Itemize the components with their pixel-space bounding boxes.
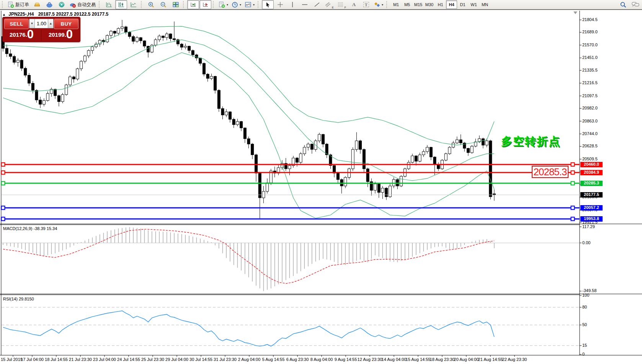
chat-button[interactable] — [629, 0, 641, 9]
new-chart-button[interactable]: ▾ — [217, 0, 230, 9]
tile-windows-icon — [172, 2, 179, 8]
crosshair-button[interactable] — [274, 0, 286, 9]
buy-price-big-digit: 0 — [66, 29, 73, 40]
candlestick-chart-button[interactable] — [115, 0, 127, 9]
chart-canvas[interactable] — [0, 11, 642, 364]
new-order-label: 新订单 — [15, 2, 29, 8]
chart-shift-button[interactable] — [199, 0, 211, 9]
equidistant-channel-button[interactable]: E — [323, 0, 335, 9]
clock-icon — [232, 2, 238, 8]
trendline-icon — [314, 2, 320, 8]
macd-label: MACD(12,26,9) -38.39 15.34 — [3, 226, 57, 231]
chat-icon — [632, 2, 639, 8]
rsi-label: RSI(14) 29.8150 — [3, 297, 34, 301]
trade-panel-divider — [41, 29, 41, 41]
zoom-out-button[interactable] — [157, 0, 169, 9]
auto-scroll-button[interactable] — [187, 0, 199, 9]
label-tool-letter: T — [363, 2, 369, 7]
timeframe-button-d1[interactable]: D1 — [457, 0, 468, 9]
toolbar-grip — [141, 1, 144, 8]
text-button[interactable]: A — [348, 0, 360, 9]
indicators-icon — [245, 2, 252, 8]
volume-up-button[interactable]: ▲ — [48, 19, 54, 28]
new-chart-icon — [219, 2, 225, 8]
arrows-icon — [374, 2, 380, 8]
chevron-down-icon: ▾ — [253, 3, 255, 7]
timeframe-group: M1M5M15M30H1H4D1W1MN — [390, 0, 490, 9]
auto-trading-icon — [69, 2, 76, 8]
buy-price-int: 20199 — [49, 31, 65, 38]
toolbar-grip — [2, 1, 5, 8]
periodicity-clock-button[interactable]: ▾ — [230, 0, 243, 9]
mt4-terminal: 新订单 自动交易 — [0, 0, 642, 364]
chart-title: ▲ JPN225-,H4 20187.5 20227.5 20122.5 201… — [2, 11, 108, 17]
person-cloud-icon — [46, 2, 53, 8]
horizontal-line-icon — [301, 2, 308, 8]
market-watch-button[interactable] — [31, 0, 43, 9]
chevron-down-icon: ▾ — [227, 3, 228, 7]
collapse-panel-icon[interactable]: ▲ — [2, 13, 6, 16]
timeframe-button-h4[interactable]: H4 — [446, 0, 457, 9]
volume-field[interactable]: 1.00 — [35, 19, 48, 28]
timeframe-button-m1[interactable]: M1 — [390, 0, 402, 9]
trendline-button[interactable] — [311, 0, 323, 9]
zoom-in-icon — [148, 2, 155, 8]
caret-down-icon: ▼ — [31, 22, 34, 25]
timeframe-button-mn[interactable]: MN — [479, 0, 490, 9]
tile-windows-button[interactable] — [170, 0, 181, 9]
indicators-button[interactable]: ▾ — [243, 0, 256, 9]
turning-point-annotation[interactable]: 多空转折点 — [501, 134, 560, 149]
search-button[interactable] — [617, 0, 629, 9]
chart-shift-icon — [202, 2, 209, 8]
timeframe-button-m30[interactable]: M30 — [424, 0, 435, 9]
toolbar-grip — [258, 1, 260, 8]
line-chart-button[interactable] — [127, 0, 139, 9]
sell-price[interactable]: 20176.0 — [3, 29, 41, 41]
signals-button[interactable] — [56, 0, 67, 9]
text-label-button[interactable]: T — [360, 0, 372, 9]
chevron-down-icon: ▾ — [382, 3, 383, 7]
toolbar-grip — [99, 1, 101, 8]
zoom-in-button[interactable] — [145, 0, 157, 9]
community-button[interactable] — [43, 0, 55, 9]
sell-price-int: 20176 — [10, 31, 26, 38]
auto-trading-button[interactable]: 自动交易 — [68, 0, 97, 9]
timeframe-button-m5[interactable]: M5 — [402, 0, 413, 9]
crosshair-icon — [277, 2, 283, 8]
channel-icon — [325, 2, 332, 8]
buy-price-dot: . — [65, 31, 66, 38]
arrows-button[interactable]: ▾ — [372, 0, 385, 9]
sell-price-dot: . — [26, 31, 27, 38]
sell-price-big-digit: 0 — [27, 29, 34, 40]
chart-window: 21804.521689.021570.021451.021335.521216… — [0, 11, 642, 364]
price-callout-box[interactable]: 20285.3 — [532, 166, 568, 178]
fibonacci-icon — [337, 2, 344, 8]
sell-button[interactable]: SELL — [4, 19, 29, 29]
search-icon — [620, 2, 627, 8]
symbol-period-label: JPN225-,H4 — [8, 11, 34, 17]
timeframe-button-m15[interactable]: M15 — [413, 0, 424, 9]
vertical-line-button[interactable] — [286, 0, 298, 9]
fibonacci-button[interactable]: F — [336, 0, 348, 9]
bar-chart-button[interactable] — [103, 0, 115, 9]
candlestick-icon — [118, 2, 125, 8]
timeframe-button-w1[interactable]: W1 — [468, 0, 479, 9]
gold-ingot-icon — [34, 2, 41, 8]
toolbar-grip — [213, 1, 216, 8]
caret-up-icon: ▲ — [49, 22, 52, 25]
cursor-arrow-icon — [265, 2, 271, 8]
toolbar: 新订单 自动交易 — [0, 0, 642, 10]
auto-scroll-icon — [190, 2, 197, 8]
timeframe-button-h1[interactable]: H1 — [435, 0, 446, 9]
new-order-button[interactable]: 新订单 — [6, 0, 31, 9]
toolbar-grip — [183, 1, 186, 8]
buy-price[interactable]: 20199.0 — [42, 29, 80, 41]
auto-trading-label: 自动交易 — [77, 2, 96, 8]
chevron-down-icon: ▾ — [240, 3, 241, 7]
toolbar-grip — [386, 1, 389, 8]
volume-down-button[interactable]: ▼ — [29, 19, 35, 28]
cursor-button[interactable] — [262, 0, 274, 9]
horizontal-line-button[interactable] — [299, 0, 310, 9]
volume-stepper: ▼ 1.00 ▲ — [29, 19, 54, 28]
new-order-icon — [8, 2, 14, 8]
